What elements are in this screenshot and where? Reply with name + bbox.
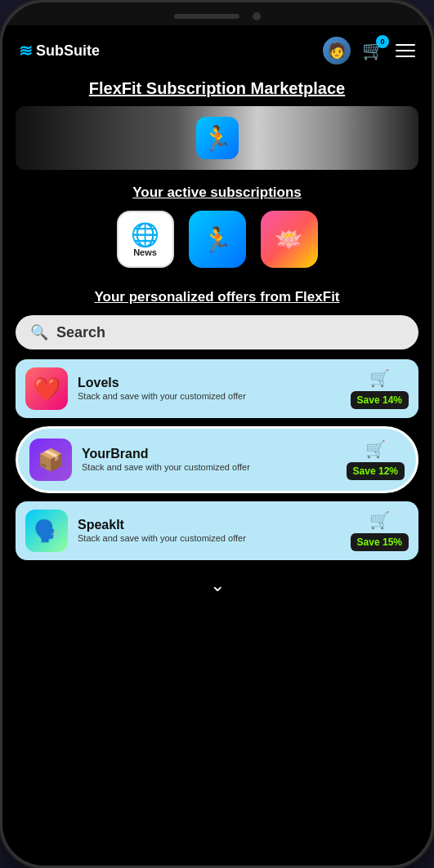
lovels-desc: Stack and save with your customized offe…: [78, 390, 351, 402]
yourbrand-box-icon: 📦: [38, 447, 64, 473]
phone-screen: ≋ SubSuite 🧑 🛒 0 FlexFit Subscription Ma…: [2, 25, 432, 866]
offer-card-lovels[interactable]: ❤️ Lovels Stack and save with your custo…: [16, 359, 418, 418]
chevron-down-icon[interactable]: ⌄: [16, 568, 418, 599]
subscriptions-row: 🌐 News 🏃 🪷: [2, 211, 432, 281]
speakit-right: 🛒 Save 15%: [351, 510, 409, 551]
speakit-cart-icon[interactable]: 🛒: [369, 510, 390, 530]
search-placeholder: Search: [56, 324, 105, 341]
hamburger-menu[interactable]: [396, 44, 415, 57]
hamburger-line-1: [396, 44, 415, 46]
subscription-news[interactable]: 🌐 News: [117, 211, 174, 268]
speakit-face-icon: 🗣️: [34, 519, 60, 544]
notch-dot: [253, 12, 261, 20]
yourbrand-cart-icon[interactable]: 🛒: [365, 439, 386, 459]
cart-badge: 0: [376, 35, 389, 48]
notch-bar: [2, 2, 432, 25]
search-bar[interactable]: 🔍 Search: [16, 315, 418, 349]
subscriptions-title: Your active subscriptions: [2, 180, 432, 211]
speakit-save-badge: Save 15%: [351, 533, 409, 551]
flexfit-figure-icon: 🏃: [202, 124, 232, 153]
banner: 🏃: [16, 106, 418, 170]
lovels-cart-icon[interactable]: 🛒: [369, 368, 390, 388]
subscription-wellness[interactable]: 🪷: [261, 211, 318, 268]
header-icons: 🧑 🛒 0: [323, 37, 415, 65]
banner-logo: 🏃: [196, 117, 239, 159]
header: ≋ SubSuite 🧑 🛒 0: [2, 25, 432, 73]
offer-card-speakit[interactable]: 🗣️ SpeakIt Stack and save with your cust…: [16, 501, 418, 560]
offers-section: Your personalized offers from FlexFit 🔍 …: [2, 281, 432, 866]
yourbrand-desc: Stack and save with your customized offe…: [82, 461, 347, 473]
logo-symbol: ≋: [19, 41, 33, 60]
notch-pill: [174, 14, 239, 19]
speakit-desc: Stack and save with your customized offe…: [78, 532, 351, 544]
news-label: News: [133, 248, 157, 257]
phone-frame: ≋ SubSuite 🧑 🛒 0 FlexFit Subscription Ma…: [0, 0, 434, 868]
yourbrand-name: YourBrand: [82, 447, 347, 461]
yourbrand-save-badge: Save 12%: [347, 462, 405, 480]
yourbrand-right: 🛒 Save 12%: [347, 439, 405, 480]
lovels-save-badge: Save 14%: [351, 391, 409, 409]
globe-icon: 🌐: [131, 221, 159, 248]
lovels-name: Lovels: [78, 376, 351, 390]
cart-button[interactable]: 🛒 0: [362, 40, 384, 61]
yourbrand-icon: 📦: [29, 438, 72, 481]
lovels-info: Lovels Stack and save with your customiz…: [78, 376, 351, 402]
marketplace-title: FlexFit Subscription Marketplace: [2, 73, 432, 106]
lovels-icon: ❤️: [25, 367, 68, 410]
news-inner: 🌐 News: [119, 212, 172, 266]
flexfit-sub-icon: 🏃: [202, 225, 232, 254]
hamburger-line-3: [396, 56, 415, 57]
lovels-right: 🛒 Save 14%: [351, 368, 409, 409]
logo-text: SubSuite: [36, 42, 100, 60]
lotus-icon: 🪷: [275, 226, 303, 253]
hamburger-line-2: [396, 50, 415, 51]
offers-title: Your personalized offers from FlexFit: [16, 281, 418, 315]
subscription-flexfit[interactable]: 🏃: [189, 211, 246, 268]
search-icon: 🔍: [30, 323, 48, 341]
offer-card-yourbrand[interactable]: 📦 YourBrand Stack and save with your cus…: [16, 426, 418, 493]
speakit-name: SpeakIt: [78, 518, 351, 532]
lovels-heart-icon: ❤️: [33, 376, 61, 403]
speakit-info: SpeakIt Stack and save with your customi…: [78, 518, 351, 544]
speakit-icon: 🗣️: [25, 510, 68, 552]
logo[interactable]: ≋ SubSuite: [19, 41, 100, 60]
avatar[interactable]: 🧑: [323, 37, 351, 65]
yourbrand-info: YourBrand Stack and save with your custo…: [82, 447, 347, 473]
